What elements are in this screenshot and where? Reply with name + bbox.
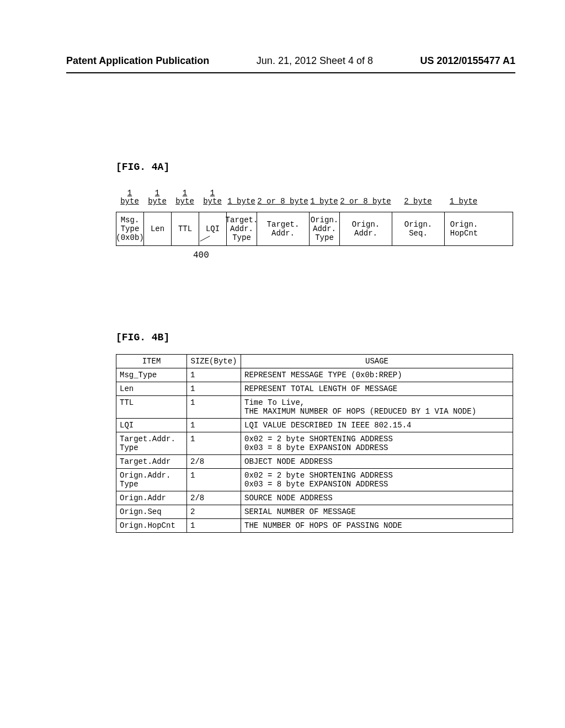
- cell-usage: THE NUMBER OF HOPS OF PASSING NODE: [241, 518, 513, 532]
- table-header-row: ITEM SIZE(Byte) USAGE: [116, 354, 513, 368]
- th-item: ITEM: [116, 354, 187, 368]
- fig-4b: [FIG. 4B] ITEM SIZE(Byte) USAGE Msg_Type…: [66, 332, 515, 533]
- header-center: Jun. 21, 2012 Sheet 4 of 8: [209, 55, 420, 67]
- cell-item: Msg_Type: [116, 368, 187, 382]
- table-row: Target.Addr. Type10x02 = 2 byte SHORTENI…: [116, 432, 513, 454]
- field-orign-addr: Orign. Addr.: [340, 212, 392, 245]
- cell-item: Target.Addr: [116, 454, 187, 468]
- cell-item: Orign.Seq: [116, 505, 187, 518]
- table-row: Orign.Addr. Type10x02 = 2 byte SHORTENIN…: [116, 468, 513, 491]
- cell-size: 1: [187, 468, 241, 491]
- cell-item: LQI: [116, 418, 187, 432]
- fig-4b-label: [FIG. 4B]: [116, 332, 515, 343]
- cell-item: Orign.Addr. Type: [116, 468, 187, 491]
- fig-4a-reference-number: 400: [193, 250, 513, 260]
- header-divider: [66, 72, 515, 73]
- byte-width-1: 1 byte: [143, 189, 171, 206]
- field-orign-hopcnt: Orign. HopCnt: [445, 212, 483, 245]
- fig-4a: 1 byte 1 byte 1 byte 1 byte 1 byte 2 or …: [116, 189, 513, 260]
- field-orign-addr-type: Orign. Addr. Type: [310, 212, 340, 245]
- table-row: LQI1LQI VALUE DESCRIBED IN IEEE 802.15.4: [116, 418, 513, 432]
- cell-usage: 0x02 = 2 byte SHORTENING ADDRESS 0x03 = …: [241, 468, 513, 491]
- cell-usage: SERIAL NUMBER OF MESSAGE: [241, 505, 513, 518]
- field-orign-seq: Orign. Seq.: [392, 212, 445, 245]
- byte-width-4: 1 byte: [226, 197, 257, 206]
- table-row: Msg_Type1REPRESENT MESSAGE TYPE (0x0b:RR…: [116, 368, 513, 382]
- cell-usage: OBJECT NODE ADDRESS: [241, 454, 513, 468]
- cell-usage: LQI VALUE DESCRIBED IN IEEE 802.15.4: [241, 418, 513, 432]
- cell-item: Len: [116, 382, 187, 395]
- cell-usage: REPRESENT TOTAL LENGTH OF MESSAGE: [241, 382, 513, 395]
- table-row: TTL1Time To Live, THE MAXIMUM NUMBER OF …: [116, 395, 513, 418]
- fig-4a-packet: Msg. Type (0x0b) Len TTL LQI Target. Add…: [116, 212, 513, 246]
- table-row: Orign.Seq2SERIAL NUMBER OF MESSAGE: [116, 505, 513, 518]
- table-row: Orign.Addr2/8SOURCE NODE ADDRESS: [116, 491, 513, 505]
- cell-usage: SOURCE NODE ADDRESS: [241, 491, 513, 505]
- cell-item: Orign.HopCnt: [116, 518, 187, 532]
- field-target-addr-type: Target. Addr. Type: [227, 212, 257, 245]
- field-ttl: TTL: [172, 212, 199, 245]
- cell-size: 2: [187, 505, 241, 518]
- byte-width-2: 1 byte: [171, 189, 199, 206]
- page: Patent Application Publication Jun. 21, …: [0, 0, 565, 728]
- byte-width-6: 1 byte: [309, 197, 339, 206]
- byte-width-8: 2 byte: [392, 197, 444, 206]
- cell-usage: Time To Live, THE MAXIMUM NUMBER OF HOPS…: [241, 395, 513, 418]
- field-len: Len: [144, 212, 172, 245]
- cell-size: 2/8: [187, 454, 241, 468]
- cell-item: TTL: [116, 395, 187, 418]
- field-msg-type: Msg. Type (0x0b): [116, 212, 144, 245]
- cell-size: 1: [187, 395, 241, 418]
- cell-usage: 0x02 = 2 byte SHORTENING ADDRESS 0x03 = …: [241, 432, 513, 454]
- cell-size: 1: [187, 382, 241, 395]
- byte-width-9: 1 byte: [444, 197, 483, 206]
- cell-size: 1: [187, 418, 241, 432]
- byte-width-0: 1 byte: [116, 189, 143, 206]
- byte-width-3: 1 byte: [199, 189, 226, 206]
- table-row: Orign.HopCnt1THE NUMBER OF HOPS OF PASSI…: [116, 518, 513, 532]
- cell-size: 2/8: [187, 491, 241, 505]
- field-target-addr: Target. Addr.: [257, 212, 310, 245]
- fig-4a-label: [FIG. 4A]: [116, 162, 515, 173]
- cell-size: 1: [187, 368, 241, 382]
- table-row: Len1REPRESENT TOTAL LENGTH OF MESSAGE: [116, 382, 513, 395]
- th-size: SIZE(Byte): [187, 354, 241, 368]
- cell-size: 1: [187, 518, 241, 532]
- spacer: [116, 206, 513, 212]
- cell-item: Orign.Addr: [116, 491, 187, 505]
- cell-size: 1: [187, 432, 241, 454]
- byte-width-5: 2 or 8 byte: [257, 197, 309, 206]
- cell-usage: REPRESENT MESSAGE TYPE (0x0b:RREP): [241, 368, 513, 382]
- fig-4b-table: ITEM SIZE(Byte) USAGE Msg_Type1REPRESENT…: [116, 354, 513, 533]
- header-left: Patent Application Publication: [66, 55, 209, 67]
- header-right: US 2012/0155477 A1: [420, 55, 515, 67]
- page-header: Patent Application Publication Jun. 21, …: [66, 55, 515, 67]
- table-row: Target.Addr2/8OBJECT NODE ADDRESS: [116, 454, 513, 468]
- th-usage: USAGE: [241, 354, 513, 368]
- cell-item: Target.Addr. Type: [116, 432, 187, 454]
- byte-width-7: 2 or 8 byte: [339, 197, 392, 206]
- fig-4a-byte-widths: 1 byte 1 byte 1 byte 1 byte 1 byte 2 or …: [116, 189, 513, 206]
